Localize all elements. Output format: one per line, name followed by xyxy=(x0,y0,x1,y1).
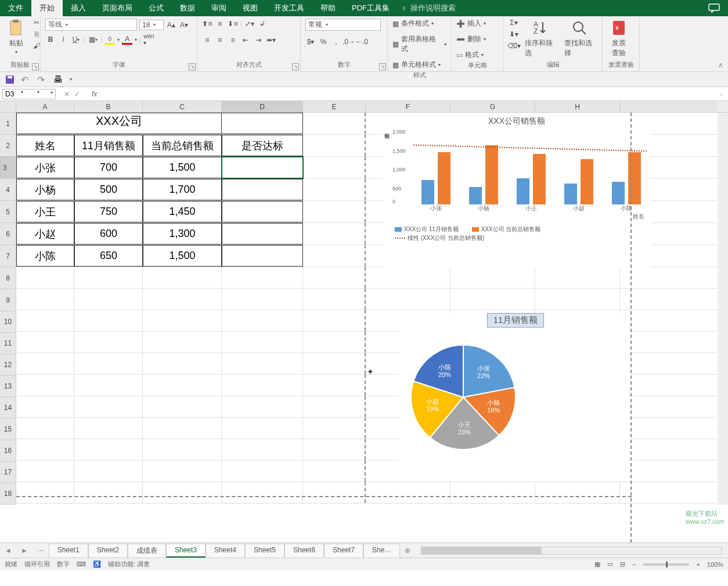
decrease-font-icon[interactable]: A▾ xyxy=(179,20,189,30)
currency-icon[interactable]: $▾ xyxy=(305,37,316,47)
dec-decimal-icon[interactable]: ←.0 xyxy=(356,37,367,47)
cell-pass[interactable] xyxy=(222,157,303,178)
row-header-17[interactable]: 17 xyxy=(0,462,16,483)
qat-print-icon[interactable]: 🖶 xyxy=(53,74,64,85)
comma-icon[interactable]: , xyxy=(331,37,341,47)
row-header-8[interactable]: 8 xyxy=(0,267,16,289)
save-icon[interactable] xyxy=(5,74,15,85)
expand-formula-bar-icon[interactable]: ⌄ xyxy=(715,91,728,96)
bar-chart[interactable]: XXX公司销售额 销售额 2,0001,5001,0005000 小张小杨小王小… xyxy=(383,114,650,268)
clipboard-launcher[interactable]: ↘ xyxy=(32,63,39,70)
worksheet-grid[interactable]: A B C D E F G H 123456789101112131415161… xyxy=(0,101,728,542)
number-format-select[interactable]: 常规▾ xyxy=(305,19,381,31)
tab-file[interactable]: 文件 xyxy=(0,0,31,16)
align-left-icon[interactable]: ≡ xyxy=(202,35,212,45)
row-header-7[interactable]: 7 xyxy=(0,245,16,267)
col-header-B[interactable]: B xyxy=(74,101,143,112)
select-all-corner[interactable] xyxy=(0,101,16,112)
view-normal-icon[interactable]: ▦ xyxy=(594,560,600,568)
view-pagebreak-icon[interactable]: ⊟ xyxy=(620,560,625,568)
col-header-C[interactable]: C xyxy=(143,101,222,112)
cell-pass[interactable] xyxy=(222,245,303,267)
orientation-icon[interactable]: ⤢▾ xyxy=(244,19,255,29)
sheet-tab[interactable]: Sheet1 xyxy=(49,544,88,558)
tab-view[interactable]: 视图 xyxy=(235,0,266,16)
cell-total[interactable]: 1,300 xyxy=(143,223,222,245)
vertical-scrollbar[interactable] xyxy=(718,113,728,505)
fill-icon[interactable]: ⬇▾ xyxy=(509,29,519,39)
bold-icon[interactable]: B xyxy=(45,34,56,45)
sheet-tab[interactable]: Sheet3 xyxy=(166,544,206,558)
align-center-icon[interactable]: ≡ xyxy=(215,35,225,45)
fill-color-icon[interactable]: ◊ xyxy=(104,34,115,45)
cell-title[interactable]: XXX公司 xyxy=(16,113,222,134)
row-header-11[interactable]: 11 xyxy=(0,333,16,354)
align-launcher[interactable]: ↘ xyxy=(292,63,299,70)
name-box[interactable]: D3 ▾ xyxy=(2,89,56,99)
row-header-16[interactable]: 16 xyxy=(0,440,16,462)
row-header-2[interactable]: 2 xyxy=(0,135,16,157)
clear-icon[interactable]: ⌫▾ xyxy=(509,41,519,51)
sheet-tab[interactable]: Sheet5 xyxy=(245,544,284,558)
cell-nov[interactable]: 500 xyxy=(74,179,143,200)
font-color-icon[interactable]: A xyxy=(122,34,132,45)
row-header-14[interactable]: 14 xyxy=(0,397,16,419)
cell-styles-button[interactable]: ▦单元格样式▾ xyxy=(392,60,441,70)
tab-layout[interactable]: 页面布局 xyxy=(94,0,140,16)
font-name-select[interactable]: 等线▾ xyxy=(45,19,137,31)
wrap-text-icon[interactable]: ↲ xyxy=(257,19,268,29)
enter-formula-icon[interactable]: ✓ xyxy=(74,90,80,98)
paste-button[interactable]: 粘贴▾ xyxy=(5,17,28,56)
sort-filter-button[interactable]: AZ 排序和筛选 xyxy=(522,17,558,59)
undo-icon[interactable]: ↶ ▾ xyxy=(21,74,31,85)
cell-nov[interactable]: 600 xyxy=(74,223,143,245)
percent-icon[interactable]: % xyxy=(318,37,329,47)
row-header-6[interactable]: 6 xyxy=(0,223,16,245)
cell-name[interactable]: 小赵 xyxy=(16,223,74,245)
col-header-E[interactable]: E xyxy=(303,101,366,112)
border-icon[interactable]: ▦ ▾ xyxy=(88,34,98,45)
cell-nov[interactable]: 650 xyxy=(74,245,143,267)
cell-nov[interactable]: 700 xyxy=(74,157,143,178)
conditional-format-button[interactable]: ▦条件格式▾ xyxy=(392,19,434,28)
underline-icon[interactable]: U ▾ xyxy=(71,34,81,45)
cell-total[interactable]: 1,700 xyxy=(143,179,222,200)
vscroll-up-icon[interactable] xyxy=(718,101,728,112)
sheet-nav-prev-icon[interactable]: ◄ xyxy=(0,547,16,555)
qat-customize-icon[interactable]: ▾ xyxy=(70,77,72,82)
align-top-icon[interactable]: ⬆≡ xyxy=(202,19,212,29)
row-header-13[interactable]: 13 xyxy=(0,376,16,397)
tab-review[interactable]: 审阅 xyxy=(203,0,235,16)
cell-pass[interactable] xyxy=(222,201,303,222)
font-size-select[interactable]: 18▾ xyxy=(139,20,164,30)
table-format-button[interactable]: ▦套用表格格式▾ xyxy=(392,34,446,54)
col-header-H[interactable]: H xyxy=(535,101,620,112)
invoice-check-button[interactable]: ¥ 发票 查验 xyxy=(607,17,630,59)
tab-dev[interactable]: 开发工具 xyxy=(266,0,312,16)
italic-icon[interactable]: I xyxy=(58,34,69,45)
sheet-tab[interactable]: She… xyxy=(363,544,400,558)
hdr-nov[interactable]: 11月销售额 xyxy=(74,135,143,156)
cell-name[interactable]: 小陈 xyxy=(16,245,74,267)
cell-name[interactable]: 小张 xyxy=(16,157,74,178)
tab-help[interactable]: 帮助 xyxy=(312,0,344,16)
cell-nov[interactable]: 750 xyxy=(74,201,143,222)
zoom-slider[interactable] xyxy=(643,563,689,566)
cell-total[interactable]: 1,500 xyxy=(143,157,222,178)
sheet-tab[interactable]: 成绩表 xyxy=(128,544,166,558)
cancel-formula-icon[interactable]: ✕ xyxy=(64,90,70,98)
tab-insert[interactable]: 插入 xyxy=(63,0,94,16)
tab-home[interactable]: 开始 xyxy=(31,0,63,16)
font-launcher[interactable]: ↘ xyxy=(189,63,196,70)
align-bottom-icon[interactable]: ⬇≡ xyxy=(228,19,238,29)
row-header-12[interactable]: 12 xyxy=(0,354,16,376)
increase-font-icon[interactable]: A▴ xyxy=(166,20,176,30)
autosum-icon[interactable]: Σ▾ xyxy=(509,17,519,28)
row-header-3[interactable]: 3 xyxy=(0,157,16,179)
sheet-tab[interactable]: Sheet7 xyxy=(324,544,363,558)
tab-pdf[interactable]: PDF工具集 xyxy=(344,0,398,16)
row-header-4[interactable]: 4 xyxy=(0,179,16,201)
merge-icon[interactable]: ⬌▾ xyxy=(266,35,276,45)
pie-chart[interactable]: 11月销售额 小张22%小杨16%小王23%小赵19%小陈20% xyxy=(399,313,632,481)
sheet-tab[interactable]: Sheet4 xyxy=(206,544,245,558)
